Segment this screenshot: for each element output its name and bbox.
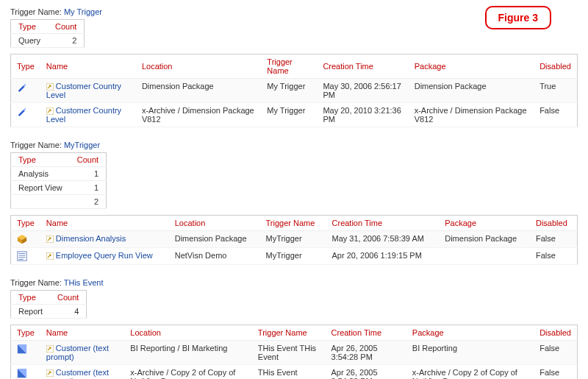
row-package: Dimension Package <box>409 79 534 103</box>
row-type-icon <box>11 103 40 127</box>
col-created: Creation Time <box>326 216 440 231</box>
col-created: Creation Time <box>326 325 406 341</box>
table-row: Customer Country Levelx-Archive / Dimens… <box>11 103 578 127</box>
col-name: Name <box>40 325 124 341</box>
row-type-icon <box>11 341 40 365</box>
object-link[interactable]: Customer (text prompt) <box>46 344 109 361</box>
trigger-name-link[interactable]: MyTrigger <box>64 141 100 149</box>
summary-count: 2 <box>48 34 85 48</box>
trigger-section: Trigger Name: THis EventTypeCountReport4… <box>10 278 578 379</box>
row-trigger: MyTrigger <box>259 248 326 265</box>
row-created: Apr 26, 2005 3:54:28 PM <box>326 341 406 365</box>
col-package: Package <box>439 216 530 231</box>
summary-table: TypeCountAnalysis1Report View12 <box>10 152 107 209</box>
summary-row: Analysis1 <box>11 167 107 181</box>
row-disabled: False <box>534 341 577 365</box>
object-link[interactable]: Customer (text prompt) <box>46 368 109 379</box>
col-name: Name <box>40 54 136 79</box>
object-link[interactable]: Dimension Analysis <box>56 234 126 243</box>
summary-table: TypeCountQuery2 <box>10 19 85 48</box>
trigger-title: Trigger Name: THis Event <box>10 278 578 287</box>
row-created: May 31, 2006 7:58:39 AM <box>326 231 440 248</box>
row-location: Dimension Package <box>169 231 260 248</box>
trigger-name-link[interactable]: THis Event <box>64 278 104 287</box>
row-created: Apr 26, 2005 3:54:28 PM <box>326 365 406 379</box>
row-package: BI Reporting <box>406 341 534 365</box>
shortcut-icon <box>46 345 54 353</box>
table-row: Dimension AnalysisDimension PackageMyTri… <box>11 231 578 248</box>
col-type: Type <box>11 20 48 34</box>
row-disabled: True <box>534 79 577 103</box>
shortcut-icon <box>46 83 54 91</box>
row-type-icon <box>11 79 40 103</box>
shortcut-icon <box>46 107 54 115</box>
object-link[interactable]: Employee Query Run View <box>56 251 153 260</box>
row-location: x-Archive / Copy 2 of Copy of NetVisn De… <box>124 365 252 379</box>
row-location: NetVisn Demo <box>169 248 260 265</box>
col-count: Count <box>48 20 85 34</box>
row-created: Apr 20, 2006 1:19:15 PM <box>326 248 440 265</box>
row-package: Dimension Package <box>439 231 530 248</box>
row-location: x-Archive / Dimension Package V812 <box>136 103 261 127</box>
row-trigger: THis Event <box>252 365 326 379</box>
detail-table: TypeNameLocationTrigger NameCreation Tim… <box>10 54 578 127</box>
trigger-label: Trigger Name: <box>10 278 62 287</box>
summary-total: 2 <box>70 195 107 209</box>
col-package: Package <box>406 325 534 341</box>
table-row: Customer Country LevelDimension PackageM… <box>11 79 578 103</box>
trigger-label: Trigger Name: <box>10 7 62 16</box>
row-type-icon <box>11 248 40 265</box>
trigger-name-link[interactable]: My Trigger <box>64 7 102 16</box>
row-trigger: My Trigger <box>261 103 317 127</box>
row-trigger: MyTrigger <box>259 231 326 248</box>
col-type: Type <box>11 325 40 341</box>
report-icon <box>17 368 27 378</box>
summary-row: Report View1 <box>11 181 107 195</box>
query-icon <box>17 106 27 116</box>
cube-icon <box>17 234 27 244</box>
col-trigger: Trigger Name <box>252 325 326 341</box>
row-disabled: False <box>530 248 578 265</box>
col-disabled: Disabled <box>530 216 578 231</box>
row-package <box>439 248 530 265</box>
col-type: Type <box>11 153 70 167</box>
row-name: Customer (text prompt) <box>40 341 124 365</box>
row-disabled: False <box>534 365 577 379</box>
summary-type: Report View <box>11 181 70 195</box>
summary-type: Report <box>11 305 51 319</box>
object-link[interactable]: Customer Country Level <box>46 82 121 99</box>
object-link[interactable]: Customer Country Level <box>46 106 121 124</box>
col-count: Count <box>50 291 87 305</box>
col-created: Creation Time <box>317 54 408 79</box>
col-location: Location <box>136 54 261 79</box>
table-row: Employee Query Run ViewNetVisn DemoMyTri… <box>11 248 578 265</box>
col-location: Location <box>124 325 252 341</box>
query-icon <box>17 82 27 92</box>
row-trigger: THis Event THis Event <box>252 341 326 365</box>
table-row: Customer (text prompt)x-Archive / Copy 2… <box>11 365 578 379</box>
summary-type: Query <box>11 34 48 48</box>
row-disabled: False <box>534 103 577 127</box>
summary-type: Analysis <box>11 167 70 181</box>
summary-count: 1 <box>70 167 107 181</box>
view-icon <box>17 251 27 261</box>
trigger-title: Trigger Name: MyTrigger <box>10 141 578 149</box>
shortcut-icon <box>46 252 54 260</box>
row-type-icon <box>11 365 40 379</box>
row-location: BI Reporting / BI Marketing <box>124 341 252 365</box>
report-icon <box>17 344 27 354</box>
trigger-label: Trigger Name: <box>10 141 62 149</box>
shortcut-icon <box>46 369 54 377</box>
summary-count: 1 <box>70 181 107 195</box>
col-type: Type <box>11 291 51 305</box>
row-location: Dimension Package <box>136 79 261 103</box>
row-type-icon <box>11 231 40 248</box>
col-package: Package <box>409 54 534 79</box>
col-disabled: Disabled <box>534 54 577 79</box>
figure-label: Figure 3 <box>485 6 551 29</box>
table-row: Customer (text prompt)BI Reporting / BI … <box>11 341 578 365</box>
summary-row: Query2 <box>11 34 85 48</box>
summary-total-row: 2 <box>11 195 107 209</box>
row-package: x-Archive / Dimension Package V812 <box>409 103 534 127</box>
row-name: Employee Query Run View <box>40 248 169 265</box>
